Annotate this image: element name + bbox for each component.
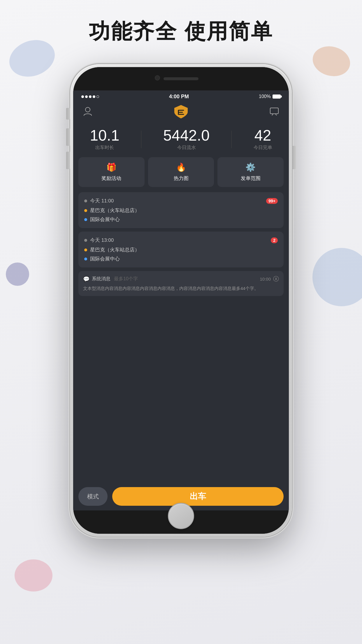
power-button [292, 146, 296, 169]
stat-driving-time-value: 10.1 [90, 128, 119, 143]
volume-down-button [66, 152, 70, 169]
message-bubble-icon: 💬 [83, 276, 89, 282]
phone-mockup: 4:00 PM 100% [70, 64, 292, 537]
heatmap-label: 热力图 [174, 175, 189, 182]
order-1-time: 今天 11:00 [90, 197, 114, 204]
order-1-to: 国际会展中心 [90, 216, 120, 223]
decoration-blob-3 [6, 262, 29, 286]
dispatch-range-label: 发单范围 [241, 175, 261, 182]
message-icon [270, 107, 279, 116]
svg-point-0 [85, 107, 90, 112]
order-2-time-section: 今天 13:00 [84, 237, 114, 244]
order-2-time: 今天 13:00 [90, 237, 114, 244]
phone-speaker [164, 77, 198, 80]
stat-daily-orders: 42 今日完单 [254, 128, 272, 151]
order-1-pickup: 星巴克（火车站总店） [84, 207, 278, 214]
stat-daily-revenue-label: 今日流水 [177, 145, 196, 151]
sys-msg-subtitle: 最多10个字 [114, 276, 138, 282]
close-message-button[interactable]: ⓧ [273, 275, 279, 283]
heatmap-icon: 🔥 [176, 162, 186, 172]
order-1-header: 今天 11:00 99+ [84, 197, 278, 204]
phone-bottom-bezel [73, 510, 289, 534]
signal-dot-1 [81, 95, 84, 98]
dispatch-icon: ⚙️ [245, 162, 256, 172]
incentives-button[interactable]: 🎁 奖励活动 [78, 157, 145, 187]
quick-actions-section: 🎁 奖励活动 🔥 热力图 ⚙️ 发单范围 [73, 157, 289, 192]
order-2-header: 今天 13:00 2 [84, 237, 278, 244]
pickup-dot [84, 209, 87, 212]
dispatch-range-button[interactable]: ⚙️ 发单范围 [217, 157, 284, 187]
status-time: 4:00 PM [169, 94, 189, 100]
stat-daily-orders-value: 42 [254, 128, 271, 143]
order-1-dropoff: 国际会展中心 [84, 216, 278, 223]
phone-screen-area: 4:00 PM 100% [73, 67, 289, 534]
sys-msg-time: 10:00 [260, 276, 271, 281]
order-1-from: 星巴克（火车站总店） [90, 207, 140, 214]
pickup-dot-2 [84, 249, 87, 251]
phone-camera [155, 75, 160, 80]
mute-button [66, 108, 70, 120]
signal-dot-2 [85, 95, 88, 98]
stat-daily-orders-label: 今日完单 [254, 145, 272, 151]
order-1-badge: 99+ [266, 198, 278, 204]
user-icon [83, 107, 92, 116]
app-header [73, 102, 289, 123]
stat-daily-revenue: 5442.0 今日流水 [163, 128, 210, 151]
sys-msg-body: 文本型消息内容消息内容消息内容消息内容消息，内容消息内容消息内容消息最多44个字… [83, 285, 279, 292]
status-bar: 4:00 PM 100% [73, 90, 289, 102]
sys-msg-title-section: 💬 系统消息 最多10个字 [83, 276, 138, 282]
stats-section: 10.1 出车时长 5442.0 今日流水 42 今日完单 [73, 123, 289, 157]
order-2-badge: 2 [271, 237, 278, 243]
home-button[interactable] [168, 503, 194, 529]
signal-indicator [81, 95, 99, 98]
heatmap-button[interactable]: 🔥 热力图 [148, 157, 214, 187]
order-2-time-dot [84, 239, 87, 242]
decoration-blob-5 [15, 559, 52, 592]
page-title: 功能齐全 使用简单 [0, 18, 362, 46]
dropoff-dot [84, 218, 87, 221]
order-2-dropoff: 国际会展中心 [84, 256, 278, 262]
order-2-from: 星巴克（火车站总店） [90, 246, 140, 253]
start-driving-button[interactable]: 出车 [112, 487, 284, 506]
order-1-time-section: 今天 11:00 [84, 197, 114, 204]
mode-button[interactable]: 模式 [78, 487, 108, 506]
messages-button[interactable] [268, 105, 281, 118]
battery-percentage: 100% [259, 94, 271, 99]
order-1-time-dot [84, 200, 87, 202]
stat-driving-time-label: 出车时长 [95, 145, 114, 151]
stat-driving-time: 10.1 出车时长 [90, 128, 119, 151]
phone-top-bezel [73, 67, 289, 90]
sys-msg-actions: 10:00 ⓧ [260, 275, 279, 283]
system-message-card: 💬 系统消息 最多10个字 10:00 ⓧ 文本型消息内容消息内容消息内容消息内… [78, 271, 284, 296]
dropoff-dot-2 [84, 258, 87, 260]
battery-icon [273, 94, 281, 99]
logo-svg [173, 104, 189, 119]
user-profile-button[interactable] [81, 105, 94, 118]
stat-daily-revenue-value: 5442.0 [163, 128, 210, 143]
order-2-pickup: 星巴克（火车站总店） [84, 246, 278, 253]
sys-msg-title-text: 系统消息 [92, 276, 110, 282]
app-logo [173, 104, 189, 119]
incentives-label: 奖励活动 [101, 175, 121, 182]
gift-icon: 🎁 [106, 162, 117, 172]
app-screen: 4:00 PM 100% [73, 90, 289, 510]
signal-dot-5 [96, 95, 99, 98]
order-card-2[interactable]: 今天 13:00 2 星巴克（火车站总店） 国际会展中心 [78, 232, 284, 267]
stat-divider-1 [141, 131, 141, 148]
signal-dot-4 [93, 95, 95, 98]
order-card-1[interactable]: 今天 11:00 99+ 星巴克（火车站总店） 国际会展中心 [78, 192, 284, 228]
signal-dot-3 [89, 95, 92, 98]
status-right: 100% [259, 94, 281, 99]
sys-msg-header: 💬 系统消息 最多10个字 10:00 ⓧ [83, 275, 279, 283]
stat-divider-2 [231, 131, 232, 148]
volume-up-button [66, 128, 70, 146]
order-2-to: 国际会展中心 [90, 256, 120, 262]
svg-rect-1 [270, 108, 278, 114]
